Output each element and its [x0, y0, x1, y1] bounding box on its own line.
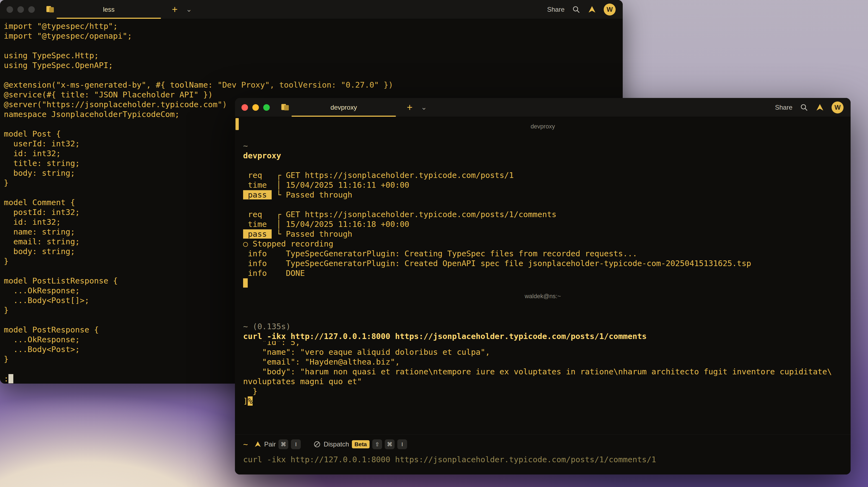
terminal-blocks: devproxy ~devproxy req ┌ GET https://jso…	[235, 117, 850, 475]
zoom-button[interactable]	[28, 6, 35, 13]
close-button[interactable]	[6, 6, 13, 13]
terminal-line: time │ 15/04/2025 11:16:11 +00:00	[243, 180, 850, 190]
terminal-line: ○ Stopped recording	[243, 239, 850, 249]
terminal-line: info DONE	[243, 268, 850, 278]
dispatch-icon	[313, 440, 321, 448]
dispatch-button[interactable]: Dispatch Beta ⇧ ⌘ I	[313, 439, 407, 449]
block-header-host: waldek@ns:~	[235, 293, 850, 300]
new-tab-button[interactable]: +	[407, 98, 412, 117]
terminal-line: ~ (0.135s)	[243, 322, 850, 331]
terminal-line: info TypeSpecGeneratorPlugin: Created Op…	[243, 258, 850, 268]
key-shift: ⇧	[372, 439, 382, 449]
tab-devproxy[interactable]: devproxy	[289, 98, 398, 117]
terminal-line	[243, 160, 850, 170]
terminal-line: curl -ikx http://127.0.0.1:8000 https://…	[243, 331, 850, 341]
warp-logo-icon[interactable]	[588, 5, 596, 13]
terminal-line: req ┌ GET https://jsonplaceholder.typico…	[243, 210, 850, 219]
terminal-line: ~	[243, 141, 850, 151]
avatar[interactable]: W	[832, 101, 843, 114]
terminal-line: ]%	[243, 396, 850, 406]
terminal-line: pass └ Passed through	[243, 229, 850, 239]
search-icon[interactable]	[800, 103, 808, 112]
terminal-line: "id": 5,	[243, 341, 850, 347]
chevron-down-icon[interactable]: ⌄	[186, 0, 192, 19]
titlebar-actions: Share W	[775, 98, 843, 117]
terminal-line: nvoluptates magni quo et"	[243, 376, 850, 386]
key-i: I	[291, 439, 301, 449]
zoom-button[interactable]	[263, 104, 270, 111]
warp-pair-icon	[254, 441, 261, 448]
bookmarks-icon[interactable]	[46, 5, 55, 15]
terminal-line: "body": "harum non quasi et ratione\ntem…	[243, 367, 850, 376]
terminal-line: using TypeSpec.OpenAPI;	[4, 60, 623, 70]
terminal-line: devproxy	[243, 151, 850, 160]
key-cmd: ⌘	[278, 439, 288, 449]
terminal-line: using TypeSpec.Http;	[4, 51, 623, 60]
terminal-line: "name": "vero eaque aliquid doloribus et…	[243, 347, 850, 357]
tab-title: less	[103, 6, 115, 13]
chevron-down-icon[interactable]: ⌄	[421, 98, 427, 117]
close-button[interactable]	[242, 104, 248, 111]
traffic-lights	[242, 104, 270, 111]
bookmarks-icon[interactable]	[281, 103, 290, 113]
footer-toolbar: ~ Pair ⌘ I Dispatch Beta ⇧	[243, 438, 842, 450]
terminal-output-devproxy[interactable]: ~devproxy req ┌ GET https://jsonplacehol…	[235, 141, 850, 288]
dispatch-label: Dispatch	[323, 440, 349, 448]
avatar[interactable]: W	[604, 3, 616, 16]
terminal-line	[243, 278, 850, 288]
pair-button[interactable]: Pair ⌘ I	[254, 439, 301, 449]
terminal-line: "email": "Hayden@althea.biz",	[243, 357, 850, 367]
minimize-button[interactable]	[252, 104, 259, 111]
titlebar-devproxy[interactable]: devproxy + ⌄ Share W	[235, 98, 850, 117]
titlebar-less[interactable]: less + ⌄ Share W	[0, 0, 623, 19]
terminal-footer: ~ Pair ⌘ I Dispatch Beta ⇧	[235, 434, 850, 475]
share-button[interactable]: Share	[547, 6, 564, 13]
share-button[interactable]: Share	[775, 104, 793, 111]
command-input[interactable]: curl -ikx http://127.0.0.1:8000 https://…	[243, 455, 842, 464]
titlebar-actions: Share W	[547, 0, 616, 19]
terminal-line: time │ 15/04/2025 11:16:18 +00:00	[243, 219, 850, 229]
terminal-line	[243, 200, 850, 210]
terminal-output-curl[interactable]: ~ (0.135s)curl -ikx http://127.0.0.1:800…	[235, 322, 850, 406]
terminal-line: }	[243, 386, 850, 396]
traffic-lights	[6, 6, 35, 13]
key-i: I	[397, 439, 407, 449]
minimize-button[interactable]	[18, 6, 24, 13]
new-tab-button[interactable]: +	[172, 0, 178, 19]
warp-logo-icon[interactable]	[816, 103, 824, 112]
key-cmd: ⌘	[385, 439, 395, 449]
terminal-line: import "@typespec/http";	[4, 21, 623, 31]
tab-title: devproxy	[331, 104, 357, 111]
terminal-line	[4, 70, 623, 80]
terminal-line	[4, 41, 623, 51]
terminal-line: @extension("x-ms-generated-by", #{ toolN…	[4, 80, 623, 90]
terminal-line: info TypeSpecGeneratorPlugin: Creating T…	[243, 249, 850, 258]
terminal-window-devproxy: devproxy + ⌄ Share W devproxy ~devproxy …	[235, 98, 850, 475]
active-block-indicator	[236, 118, 239, 130]
prompt-tilde: ~	[243, 440, 248, 449]
terminal-line: pass └ Passed through	[243, 190, 850, 200]
terminal-line: req ┌ GET https://jsonplaceholder.typico…	[243, 170, 850, 180]
tab-less[interactable]: less	[54, 0, 163, 19]
search-icon[interactable]	[572, 5, 580, 13]
pair-label: Pair	[264, 440, 276, 448]
terminal-line: import "@typespec/openapi";	[4, 31, 623, 41]
beta-badge: Beta	[352, 440, 370, 448]
block-header-devproxy: devproxy	[235, 123, 850, 130]
